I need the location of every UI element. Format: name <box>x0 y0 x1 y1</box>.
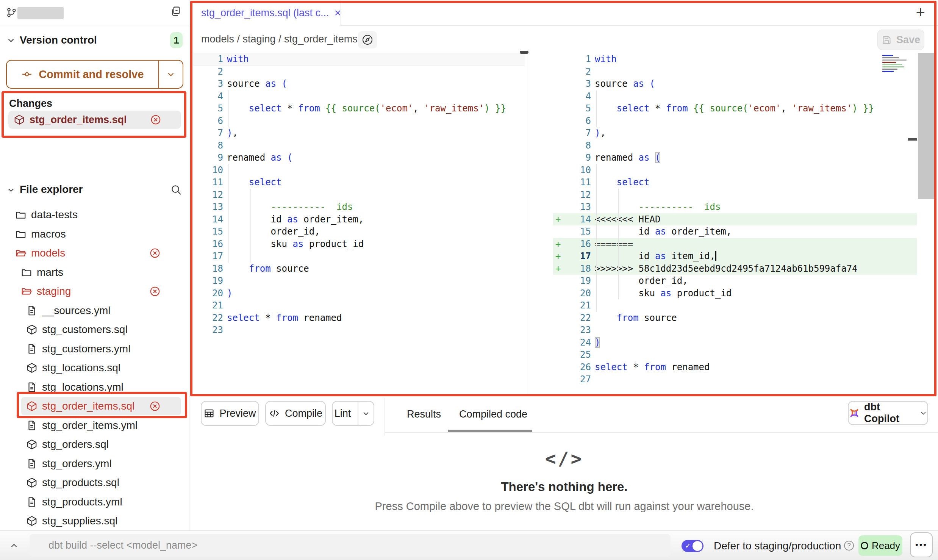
file-row-stg-order-items-sql[interactable]: stg_order_items.sql <box>0 397 189 416</box>
lint-label[interactable]: Lint <box>333 402 353 425</box>
dbt-copilot-button[interactable]: dbt Copilot <box>848 401 928 425</box>
code-line[interactable]: 2 <box>193 66 525 78</box>
code-line[interactable]: 19 order_id, <box>553 275 917 287</box>
code-line[interactable]: +17 id as item_id, <box>553 250 917 263</box>
code-line[interactable]: 10 <box>193 164 525 177</box>
code-line[interactable]: 8 <box>553 139 917 152</box>
changed-file-row[interactable]: stg_order_items.sql <box>8 111 181 129</box>
close-tab-icon[interactable]: × <box>335 7 341 19</box>
code-line[interactable]: 20) <box>193 287 525 300</box>
code-line[interactable]: 1with <box>553 53 917 66</box>
code-line[interactable]: 21 <box>193 299 525 312</box>
file-row-stg-orders-yml[interactable]: stg_orders.yml <box>0 454 189 474</box>
file-row-stg-locations-sql[interactable]: stg_locations.sql <box>0 358 189 378</box>
code-line[interactable]: 22 from source <box>553 312 917 324</box>
save-button[interactable]: Save <box>877 30 924 50</box>
lint-button[interactable]: Lint <box>332 401 374 426</box>
code-line[interactable]: +16======= <box>553 238 917 250</box>
tab-results[interactable]: Results <box>407 408 441 420</box>
revert-change-icon[interactable] <box>150 114 161 125</box>
chevron-down-icon[interactable] <box>6 35 16 45</box>
revert-change-icon[interactable] <box>149 286 161 297</box>
overflow-menu-button[interactable]: ••• <box>910 532 933 557</box>
code-line[interactable]: 16 sku as product_id <box>193 238 525 250</box>
file-row-data-tests[interactable]: data-tests <box>0 205 189 225</box>
code-line[interactable]: 21 <box>553 299 917 312</box>
code-line[interactable]: 10 <box>553 164 917 177</box>
code-line[interactable]: 2 <box>553 66 917 78</box>
code-line[interactable]: 15 order_id, <box>193 225 525 238</box>
code-line[interactable]: 13 ---------- ids <box>193 201 525 213</box>
file-row-stg-supplies-sql[interactable]: stg_supplies.sql <box>0 512 189 531</box>
copy-files-icon[interactable] <box>170 5 182 17</box>
code-line[interactable]: 25 <box>553 349 917 361</box>
preview-button[interactable]: Preview <box>201 401 259 426</box>
code-line[interactable]: +14<<<<<<< HEAD <box>553 213 917 226</box>
file-row-stg-orders-sql[interactable]: stg_orders.sql <box>0 435 189 454</box>
code-pane-original[interactable]: 1with23source as (45 select * from {{ so… <box>193 53 525 336</box>
right-pane-scrollbar[interactable] <box>918 53 935 199</box>
code-line[interactable]: 20 sku as product_id <box>553 287 917 300</box>
file-row-marts[interactable]: marts <box>0 263 189 282</box>
file-row-stg-products-sql[interactable]: stg_products.sql <box>0 473 189 493</box>
code-line[interactable]: 12 <box>553 189 917 201</box>
code-line[interactable]: 5 select * from {{ source('ecom', 'raw_i… <box>553 102 917 115</box>
code-line[interactable]: 22select * from renamed <box>193 312 525 324</box>
lint-dropdown[interactable] <box>358 402 374 425</box>
code-line[interactable]: 6 <box>553 115 917 127</box>
code-pane-modified[interactable]: 1with 2 3source as ( 4 5 select * from {… <box>553 53 917 386</box>
command-input[interactable]: dbt build --select <model_name> <box>30 534 671 557</box>
commit-and-resolve-main[interactable]: Commit and resolve <box>7 61 158 88</box>
file-row-stg-customers-yml[interactable]: stg_customers.yml <box>0 339 189 359</box>
code-line[interactable]: 6 <box>193 115 525 127</box>
code-line[interactable]: 8 <box>193 139 525 152</box>
file-row-staging[interactable]: staging <box>0 282 189 301</box>
tab-stg-order-items[interactable]: stg_order_items.sql (last c... × <box>191 0 341 26</box>
file-row--sources-yml[interactable]: __sources.yml <box>0 301 189 321</box>
revert-change-icon[interactable] <box>149 247 161 259</box>
file-explorer-title[interactable]: File explorer <box>20 183 83 196</box>
chevron-down-icon[interactable] <box>6 185 16 195</box>
ready-status-badge[interactable]: Ready <box>858 535 902 556</box>
code-line[interactable]: 5 select * from {{ source('ecom', 'raw_i… <box>193 102 525 115</box>
code-line[interactable]: 12 <box>193 189 525 201</box>
code-line[interactable]: 4 <box>553 90 917 103</box>
code-line[interactable]: 3source as ( <box>193 78 525 90</box>
code-line[interactable]: 23 <box>193 324 525 336</box>
left-pane-scrollbar[interactable] <box>520 51 528 54</box>
search-icon[interactable] <box>170 184 182 196</box>
file-row-stg-locations-yml[interactable]: stg_locations.yml <box>0 378 189 397</box>
code-line[interactable]: 11 select <box>193 176 525 189</box>
commit-options-dropdown[interactable] <box>158 61 183 88</box>
code-line[interactable]: 17 <box>193 250 525 263</box>
code-line[interactable]: 18 from source <box>193 263 525 275</box>
defer-toggle[interactable]: ✓ <box>682 540 704 552</box>
commit-and-resolve-button[interactable]: Commit and resolve <box>6 60 183 89</box>
file-row-macros[interactable]: macros <box>0 225 189 244</box>
code-line[interactable]: 11 select <box>553 176 917 189</box>
code-line[interactable]: 1with <box>193 53 525 66</box>
code-line[interactable]: 3source as ( <box>553 78 917 90</box>
code-line[interactable]: +18>>>>>>> 58c1dd23d5eebd9cd2495fa7124ab… <box>553 263 917 275</box>
new-tab-button[interactable]: + <box>916 5 925 20</box>
minimap[interactable] <box>882 54 911 77</box>
file-row-models[interactable]: models <box>0 244 189 263</box>
code-line[interactable]: 13 ---------- ids <box>553 201 917 213</box>
file-row-stg-customers-sql[interactable]: stg_customers.sql <box>0 320 189 339</box>
code-line[interactable]: 15 id as order_item, <box>553 225 917 238</box>
code-line[interactable]: 7), <box>553 127 917 139</box>
chevron-up-icon[interactable] <box>9 541 19 551</box>
code-line[interactable]: 24) <box>553 336 917 349</box>
revert-change-icon[interactable] <box>149 400 161 412</box>
code-line[interactable]: 9renamed as ( <box>553 152 917 164</box>
file-row-stg-products-yml[interactable]: stg_products.yml <box>0 493 189 512</box>
compile-button[interactable]: Compile <box>265 401 326 426</box>
code-line[interactable]: 27 <box>553 373 917 386</box>
code-line[interactable]: 19 <box>193 275 525 287</box>
tab-compiled-code[interactable]: Compiled code <box>459 408 527 420</box>
code-line[interactable]: 4 <box>193 90 525 103</box>
code-line[interactable]: 14 id as order_item, <box>193 213 525 226</box>
code-line[interactable]: 23 <box>553 324 917 336</box>
code-line[interactable]: 7), <box>193 127 525 139</box>
version-control-title[interactable]: Version control <box>20 34 97 46</box>
